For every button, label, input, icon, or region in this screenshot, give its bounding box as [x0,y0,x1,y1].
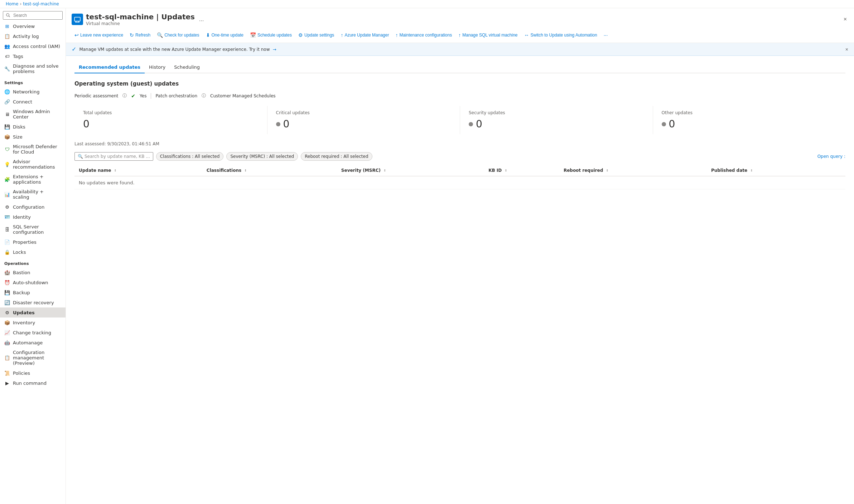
sidebar-item-run-command[interactable]: ▶ Run command [0,378,66,388]
col-published-label: Published date [711,168,747,173]
leave-new-experience-button[interactable]: ↩ Leave new experience [72,30,126,40]
schedule-updates-button[interactable]: 📅 Schedule updates [247,30,295,40]
tab-recommended[interactable]: Recommended updates [74,62,145,73]
sidebar-item-inventory[interactable]: 📦 Inventory [0,318,66,328]
sort-kb-icon[interactable]: ↕ [505,169,507,172]
search-filter-icon: 🔍 [78,154,83,159]
update-card-critical: Critical updates 0 [267,106,460,134]
sidebar-item-auto-shutdown[interactable]: ⏰ Auto-shutdown [0,277,66,287]
sidebar-item-label-run-command: Run command [13,381,47,386]
tab-history[interactable]: History [145,62,170,73]
sidebar-item-defender[interactable]: 🛡 Microsoft Defender for Cloud [0,142,66,157]
more-toolbar-button[interactable]: ··· [601,30,611,40]
col-reboot-required[interactable]: Reboot required ↕ [559,165,707,176]
tab-scheduling[interactable]: Scheduling [170,62,204,73]
azure-update-manager-label: Azure Update Manager [344,33,389,38]
security-dot [469,122,473,126]
sidebar-item-change-tracking[interactable]: 📈 Change tracking [0,328,66,338]
sort-classifications-icon[interactable]: ↕ [244,169,247,172]
col-classifications[interactable]: Classifications ↕ [202,165,337,176]
col-published-date[interactable]: Published date ↕ [707,165,845,176]
maintenance-config-button[interactable]: ↑ Maintenance configurations [392,30,455,40]
sidebar-item-disks[interactable]: 💾 Disks [0,122,66,132]
col-kb-id[interactable]: KB ID ↕ [484,165,559,176]
sort-severity-icon[interactable]: ↕ [383,169,386,172]
manage-sql-button[interactable]: ↑ Manage SQL virtual machine [455,30,520,40]
periodic-assessment-label: Periodic assessment [74,93,118,98]
update-cards: Total updates 0 Critical updates 0 Se [74,106,845,134]
col-severity[interactable]: Severity (MSRC) ↕ [337,165,484,176]
sidebar-item-bastion[interactable]: 🏰 Bastion [0,267,66,277]
locks-icon: 🔒 [4,249,10,255]
info-icon-patch[interactable]: ⓘ [202,93,206,99]
toolbar: ↩ Leave new experience ↻ Refresh 🔍 Check… [72,29,848,43]
sidebar-item-properties[interactable]: 📄 Properties [0,237,66,247]
azure-update-manager-button[interactable]: ↑ Azure Update Manager [338,30,392,40]
refresh-button[interactable]: ↻ Refresh [127,30,153,40]
page-header: test-sql-machine | Updates Virtual machi… [66,8,854,43]
filter-tag-classifications[interactable]: Classifications : All selected [156,152,224,161]
sidebar-item-sql-server[interactable]: 🗄 SQL Server configuration [0,222,66,237]
banner-link[interactable]: → [272,47,276,52]
banner-close-button[interactable]: × [845,47,848,52]
sidebar-item-overview[interactable]: ⊞ Overview [0,21,66,31]
check-updates-label: Check for updates [164,33,199,38]
breadcrumb-home[interactable]: Home [6,1,18,6]
sidebar-item-label-locks: Locks [13,249,26,255]
access-control-icon: 👥 [4,43,10,49]
switch-automation-label: Switch to Update using Automation [531,33,597,38]
filter-search[interactable]: 🔍 Search by update name, KB ... [74,152,153,161]
sidebar-item-windows-admin[interactable]: 🖥 Windows Admin Center [0,107,66,122]
sidebar-item-locks[interactable]: 🔒 Locks [0,247,66,257]
leave-label: Leave new experience [80,33,123,38]
sidebar-item-policies[interactable]: 📜 Policies [0,368,66,378]
other-updates-value: 0 [662,118,837,130]
sidebar-item-label-availability: Availability + scaling [13,189,61,200]
overview-icon: ⊞ [4,23,10,29]
sidebar-item-size[interactable]: 📦 Size [0,132,66,142]
sidebar-item-extensions[interactable]: 🧩 Extensions + applications [0,172,66,187]
update-card-security: Security updates 0 [460,106,653,134]
sidebar-item-updates[interactable]: ⚙ Updates [0,307,66,318]
open-query-link[interactable]: Open query : [817,154,845,159]
col-severity-label: Severity (MSRC) [341,168,381,173]
sidebar-item-networking[interactable]: 🌐 Networking [0,87,66,97]
sidebar-item-config-management[interactable]: 📋 Configuration management (Preview) [0,348,66,368]
col-update-name[interactable]: Update name ↕ [74,165,202,176]
sidebar-item-access-control[interactable]: 👥 Access control (IAM) [0,41,66,51]
sort-update-name-icon[interactable]: ↕ [114,169,117,172]
sidebar-item-activity-log[interactable]: 📋 Activity log [0,31,66,41]
filter-tag-reboot[interactable]: Reboot required : All selected [301,152,372,161]
sidebar-item-configuration[interactable]: ⚙ Configuration [0,202,66,212]
manage-sql-label: Manage SQL virtual machine [462,33,517,38]
bastion-icon: 🏰 [4,270,10,275]
switch-automation-button[interactable]: ↔ Switch to Update using Automation [521,30,600,40]
update-settings-button[interactable]: ⚙ Update settings [295,30,337,40]
sort-published-icon[interactable]: ↕ [750,169,753,172]
search-input[interactable] [3,11,63,20]
periodic-assessment-value: Yes [140,93,146,98]
sidebar-item-automanage[interactable]: 🤖 Automanage [0,338,66,348]
sidebar-item-disaster-recovery[interactable]: 🔄 Disaster recovery [0,297,66,307]
check-updates-button[interactable]: 🔍 Check for updates [154,30,202,40]
page-more-button[interactable]: ... [198,15,205,24]
filter-tag-severity[interactable]: Severity (MSRC) : All selected [226,152,298,161]
run-command-icon: ▶ [4,380,10,386]
sidebar-item-backup[interactable]: 💾 Backup [0,287,66,297]
sidebar-item-availability[interactable]: 📊 Availability + scaling [0,187,66,202]
sidebar-item-connect[interactable]: 🔗 Connect [0,97,66,107]
sidebar-item-label-config-management: Configuration management (Preview) [13,350,61,366]
sidebar-item-identity[interactable]: 🪪 Identity [0,212,66,222]
breadcrumb-machine[interactable]: test-sql-machine [23,1,59,6]
total-count: 0 [83,118,90,130]
banner-text: Manage VM updates at scale with the new … [79,47,270,52]
breadcrumb-separator-1: › [20,1,21,6]
sidebar-item-diagnose[interactable]: 🔧 Diagnose and solve problems [0,61,66,76]
close-button[interactable]: × [842,15,848,24]
one-time-update-button[interactable]: ⬇ One-time update [203,30,246,40]
sidebar-item-advisor[interactable]: 💡 Advisor recommendations [0,157,66,172]
page-title: test-sql-machine | Updates [86,13,195,21]
info-icon-periodic[interactable]: ⓘ [122,93,127,99]
sort-reboot-icon[interactable]: ↕ [606,169,608,172]
sidebar-item-tags[interactable]: 🏷 Tags [0,51,66,61]
